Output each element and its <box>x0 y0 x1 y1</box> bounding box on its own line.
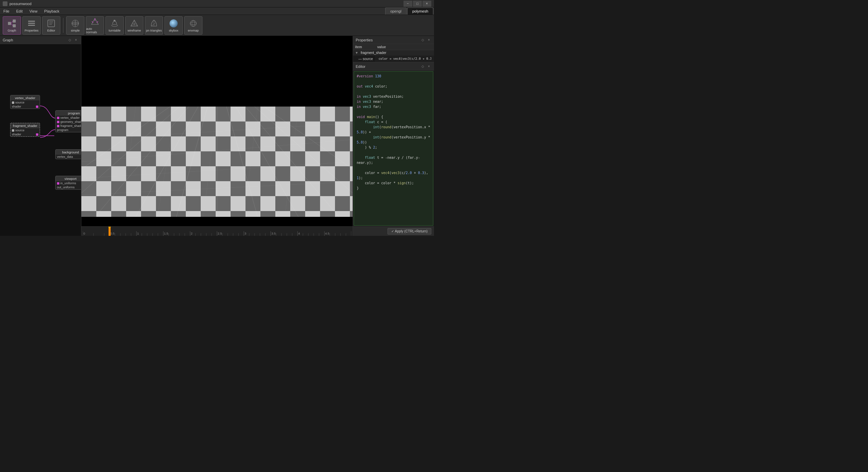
auto-normals-icon <box>90 17 100 26</box>
viewport-in-dot <box>57 182 59 185</box>
black-region <box>81 36 353 116</box>
editor-content[interactable]: #version 130 out vec4 color; in vec3 ver… <box>354 71 433 226</box>
graph-minimize-icon[interactable]: ◇ <box>67 38 72 42</box>
toolbar-properties-button[interactable]: Properties <box>22 16 41 35</box>
svg-line-4 <box>11 23 13 26</box>
node-viewport[interactable]: viewport in_uniforms out_uniforms <box>55 176 81 190</box>
svg-line-26 <box>151 23 155 26</box>
toolbar-turntable-label: turntable <box>108 29 120 32</box>
node-program-out-port: program <box>56 128 81 132</box>
toolbar-properties-label: Properties <box>24 29 38 32</box>
svg-line-3 <box>11 21 13 23</box>
viewport-3d[interactable] <box>81 36 353 226</box>
program-fragment-in-dot <box>57 125 59 127</box>
skybox-icon <box>169 19 178 28</box>
props-section-label: ▼ fragment_shader <box>353 50 434 56</box>
graph-close-icon[interactable]: × <box>74 38 78 42</box>
toolbar-wireframe-label: wireframe <box>127 29 141 32</box>
graph-panel-title: Graph <box>3 38 13 42</box>
envmap-icon <box>189 19 198 28</box>
node-vertex-shader-title: vertex_shader <box>11 95 40 100</box>
background-vertex-label: vertex_data <box>57 155 73 158</box>
toolbar-turntable-button[interactable]: turntable <box>105 16 124 35</box>
source-port-label: source <box>15 101 24 104</box>
properties-panel: Properties ◇ × item value ▼ <box>353 36 434 62</box>
toolbar-auto-normals-button[interactable]: auto normals <box>86 16 104 35</box>
props-section-fragment-shader: ▼ fragment_shader <box>353 50 434 56</box>
node-program[interactable]: program vertex_shader geometry_shader fr… <box>55 110 81 132</box>
toolbar-envmap-label: envmap <box>188 29 199 32</box>
editor-close-icon[interactable]: × <box>427 64 431 69</box>
toolbar-wireframe-button[interactable]: wireframe <box>125 16 143 35</box>
graph-canvas[interactable]: vertex_shader source shader fragment_sha… <box>0 44 81 236</box>
node-vertex-shader-shader-port: shader <box>11 105 40 109</box>
properties-close-icon[interactable]: × <box>427 38 431 42</box>
graph-panel-icons: ◇ × <box>67 38 78 42</box>
properties-panel-header: Properties ◇ × <box>353 36 434 44</box>
app-title: possumwood <box>9 2 32 6</box>
svg-rect-5 <box>28 21 35 22</box>
titlebar-controls: − □ × <box>403 1 431 7</box>
svg-point-29 <box>192 20 195 26</box>
fragment-shader-out-port-dot <box>36 133 38 136</box>
node-vertex-shader-source-port: source <box>11 100 40 105</box>
toolbar-pn-triangles-label: pn triangles <box>146 29 162 32</box>
editor-minimize-icon[interactable]: ◇ <box>420 64 425 69</box>
props-item-source: — source <box>353 56 375 62</box>
node-program-fragment-port: fragment_shader <box>56 124 81 128</box>
titlebar-left: possumwood <box>3 1 32 6</box>
wireframe-icon <box>130 19 139 28</box>
toolbar-simple-label: simple <box>71 29 80 32</box>
menu-view[interactable]: View <box>26 7 41 15</box>
svg-point-19 <box>112 24 118 26</box>
timeline[interactable] <box>81 226 353 236</box>
props-value-source[interactable]: color = vec4(vec3(c/2.0 + 0.3), 1); colo… <box>375 56 434 62</box>
minimize-button[interactable]: − <box>403 1 412 7</box>
toolbar-graph-button[interactable]: Graph <box>3 16 21 35</box>
props-row-source: — source color = vec4(vec3(c/2.0 + 0.3),… <box>353 56 434 62</box>
svg-rect-2 <box>13 24 16 27</box>
program-out-label: program <box>57 128 68 132</box>
connections-svg <box>0 44 81 236</box>
menu-edit[interactable]: Edit <box>13 7 26 15</box>
shader-port-label: shader <box>12 105 21 108</box>
fragment-source-port-label: source <box>15 129 24 132</box>
main-layout: Graph ◇ × <box>0 36 434 236</box>
checkerboard-canvas <box>81 107 353 217</box>
tab-opengl[interactable]: opengl <box>385 7 407 15</box>
svg-rect-1 <box>13 20 16 22</box>
editor-footer: ✓ Apply (CTRL+Return) <box>353 226 434 236</box>
maximize-button[interactable]: □ <box>413 1 422 7</box>
apply-button[interactable]: ✓ Apply (CTRL+Return) <box>388 228 431 234</box>
viewport-out-label: out_uniforms <box>57 186 75 189</box>
source-port-dot <box>12 101 14 104</box>
program-vertex-in-dot <box>57 117 59 119</box>
menu-playback[interactable]: Playback <box>41 7 63 15</box>
properties-panel-title: Properties <box>356 38 373 42</box>
right-panels: Properties ◇ × item value ▼ <box>353 36 434 236</box>
properties-minimize-icon[interactable]: ◇ <box>420 38 425 42</box>
menu-file[interactable]: File <box>0 7 13 15</box>
editor-panel-icons: ◇ × <box>420 64 431 69</box>
tab-polymesh[interactable]: polymesh <box>407 7 433 15</box>
svg-rect-6 <box>28 23 35 24</box>
program-geometry-label: geometry_shader <box>60 120 81 124</box>
toolbar-simple-button[interactable]: simple <box>66 16 84 35</box>
node-vertex-shader[interactable]: vertex_shader source shader <box>10 95 40 109</box>
pn-triangles-icon <box>149 19 159 28</box>
toolbar-editor-button[interactable]: Editor <box>42 16 60 35</box>
close-button[interactable]: × <box>422 1 431 7</box>
props-col-value: value <box>375 44 434 50</box>
program-geometry-in-dot <box>57 121 59 123</box>
program-fragment-label: fragment_shader <box>60 124 81 128</box>
node-program-vertex-port: vertex_shader <box>56 116 81 120</box>
toolbar-pn-triangles-button[interactable]: pn triangles <box>145 16 163 35</box>
node-background[interactable]: background vertex_data <box>55 149 81 159</box>
node-fragment-shader[interactable]: fragment_shader source shader <box>10 123 40 137</box>
node-viewport-in-port: in_uniforms <box>56 181 81 185</box>
toolbar-skybox-button[interactable]: skybox <box>164 16 183 35</box>
program-vertex-label: vertex_shader <box>60 116 80 119</box>
toolbar-skybox-label: skybox <box>169 29 178 32</box>
graph-icon <box>7 19 17 28</box>
toolbar-envmap-button[interactable]: envmap <box>184 16 202 35</box>
